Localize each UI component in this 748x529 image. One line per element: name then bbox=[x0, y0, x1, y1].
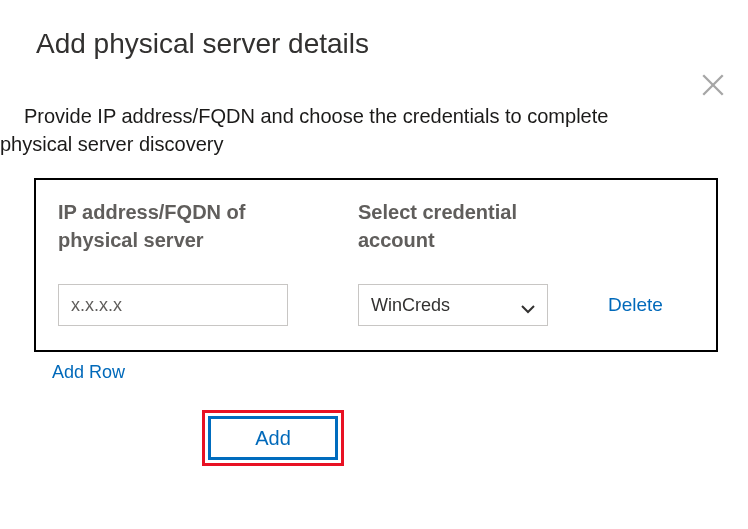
page-title: Add physical server details bbox=[36, 28, 748, 60]
credential-column-header: Select credential account bbox=[358, 198, 548, 254]
ip-address-input[interactable] bbox=[58, 284, 288, 326]
ip-column-header: IP address/FQDN of physical server bbox=[58, 198, 318, 254]
description-line2: physical server discovery bbox=[0, 130, 712, 158]
credential-select[interactable]: WinCreds bbox=[358, 284, 548, 326]
close-icon[interactable] bbox=[700, 72, 726, 102]
table-row: WinCreds Delete bbox=[58, 284, 694, 326]
description-text: Provide IP address/FQDN and choose the c… bbox=[0, 102, 712, 158]
add-row-link[interactable]: Add Row bbox=[52, 362, 125, 383]
server-table: IP address/FQDN of physical server Selec… bbox=[34, 178, 718, 352]
table-header-row: IP address/FQDN of physical server Selec… bbox=[58, 198, 694, 254]
credential-select-value: WinCreds bbox=[371, 295, 521, 316]
add-button-highlight: Add bbox=[202, 410, 344, 466]
description-line1: Provide IP address/FQDN and choose the c… bbox=[24, 102, 712, 130]
add-button[interactable]: Add bbox=[208, 416, 338, 460]
chevron-down-icon bbox=[521, 300, 535, 310]
delete-link[interactable]: Delete bbox=[608, 294, 663, 316]
